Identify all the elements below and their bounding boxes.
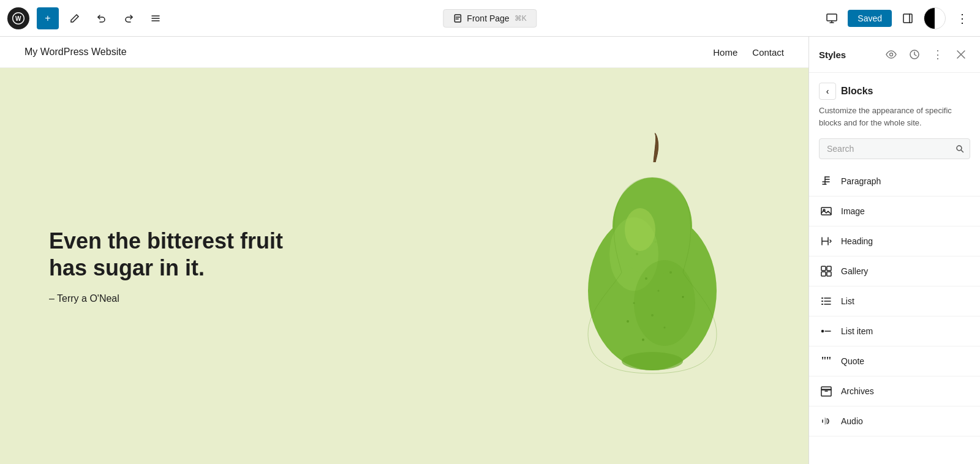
canvas-area: My WordPress Website Home Contact Even t…	[0, 37, 809, 464]
toolbar-right: Saved ⋮	[821, 7, 973, 29]
svg-point-8	[625, 208, 655, 251]
ellipsis-icon: ⋮	[956, 11, 968, 26]
quote-svg: " "	[820, 355, 832, 367]
heading-block-icon	[819, 234, 834, 249]
redo-button[interactable]	[118, 7, 140, 29]
archives-label: Archives	[841, 386, 874, 396]
svg-rect-29	[827, 272, 831, 276]
block-item-audio[interactable]: Audio	[809, 406, 980, 436]
svg-point-10	[658, 290, 660, 291]
blocks-title: Blocks	[841, 86, 873, 97]
svg-point-36	[822, 331, 824, 332]
block-item-gallery[interactable]: Gallery	[809, 256, 980, 286]
block-list: Paragraph Image	[809, 167, 980, 464]
vertical-dots-icon: ⋮	[932, 48, 943, 61]
add-block-button[interactable]: +	[37, 7, 59, 29]
hero-image	[545, 119, 760, 413]
block-item-paragraph[interactable]: Paragraph	[809, 167, 980, 196]
keyboard-shortcut: ⌘K	[514, 14, 527, 23]
audio-label: Audio	[841, 416, 863, 426]
heading-label: Heading	[841, 236, 873, 246]
list-view-icon	[151, 13, 160, 23]
redo-icon	[124, 13, 134, 23]
list-icon	[819, 294, 834, 309]
svg-point-20	[622, 352, 683, 370]
main-layout: My WordPress Website Home Contact Even t…	[0, 37, 980, 464]
svg-rect-26	[821, 266, 826, 271]
svg-point-14	[682, 296, 684, 297]
more-options-button[interactable]: ⋮	[951, 7, 973, 29]
hero-quote: Even the bitterest fruit has sugar in it…	[49, 228, 294, 280]
site-nav: Home Contact	[713, 47, 784, 58]
hero-section: Even the bitterest fruit has sugar in it…	[0, 68, 809, 464]
pear-illustration	[560, 132, 744, 401]
panel-close-button[interactable]	[952, 45, 970, 64]
toolbar: W +	[0, 0, 980, 37]
svg-text:W: W	[15, 15, 21, 22]
block-item-image[interactable]: Image	[809, 196, 980, 226]
svg-rect-2	[827, 14, 837, 21]
svg-text:": "	[826, 355, 832, 367]
paragraph-label: Paragraph	[841, 176, 881, 186]
svg-point-19	[636, 253, 638, 255]
nav-home[interactable]: Home	[713, 47, 737, 58]
close-icon	[956, 50, 966, 59]
svg-point-17	[642, 339, 644, 341]
svg-point-16	[664, 326, 666, 328]
view-toggle-button[interactable]	[897, 7, 919, 29]
image-icon	[819, 204, 834, 219]
svg-point-11	[651, 314, 654, 316]
site-title: My WordPress Website	[24, 47, 127, 58]
quote-icon: " "	[819, 354, 834, 369]
search-container	[809, 138, 980, 167]
page-title-button[interactable]: Front Page ⌘K	[443, 9, 537, 28]
right-panel: Styles ⋮	[809, 37, 980, 464]
wp-logo: W	[7, 7, 29, 29]
document-icon	[453, 14, 462, 23]
archives-icon	[819, 384, 834, 399]
list-label: List	[841, 296, 854, 306]
panel-header: Styles ⋮	[809, 37, 980, 73]
block-item-heading[interactable]: Heading	[809, 226, 980, 256]
nav-contact[interactable]: Contact	[752, 47, 784, 58]
styles-history-button[interactable]	[905, 45, 924, 64]
gallery-label: Gallery	[841, 266, 868, 276]
block-item-quote[interactable]: " " Quote	[809, 346, 980, 376]
panel-header-icons: ⋮	[882, 45, 970, 64]
svg-rect-1	[454, 15, 461, 22]
contrast-toggle-button[interactable]	[924, 7, 946, 29]
plus-icon: +	[45, 13, 50, 24]
svg-point-15	[627, 320, 629, 323]
panel-more-button[interactable]: ⋮	[929, 45, 947, 64]
svg-point-21	[890, 53, 893, 56]
svg-rect-27	[827, 266, 831, 271]
block-item-list-item[interactable]: List item	[809, 316, 980, 346]
svg-point-9	[645, 277, 647, 280]
monitor-icon	[826, 13, 837, 24]
eye-icon	[886, 49, 897, 60]
quote-label: Quote	[841, 356, 864, 366]
search-input[interactable]	[819, 138, 970, 159]
svg-point-12	[633, 302, 635, 304]
blocks-description: Customize the appearance of specific blo…	[809, 105, 980, 138]
undo-button[interactable]	[91, 7, 113, 29]
device-view-button[interactable]	[821, 7, 843, 29]
list-view-button[interactable]	[145, 7, 167, 29]
back-icon: ‹	[826, 86, 829, 96]
styles-preview-button[interactable]	[882, 45, 900, 64]
svg-point-23	[957, 146, 962, 151]
saved-button[interactable]: Saved	[848, 10, 892, 27]
svg-rect-28	[821, 272, 826, 276]
panel-title: Styles	[819, 50, 846, 60]
saved-label: Saved	[858, 13, 882, 23]
pencil-icon	[70, 13, 80, 23]
svg-rect-3	[903, 14, 912, 23]
search-icon	[956, 144, 964, 153]
block-item-archives[interactable]: Archives	[809, 376, 980, 406]
gallery-icon	[819, 264, 834, 279]
tools-button[interactable]	[64, 7, 86, 29]
back-button[interactable]: ‹	[819, 83, 836, 100]
list-item-label: List item	[841, 326, 873, 336]
sidebar-icon	[902, 13, 913, 24]
block-item-list[interactable]: List	[809, 286, 980, 316]
